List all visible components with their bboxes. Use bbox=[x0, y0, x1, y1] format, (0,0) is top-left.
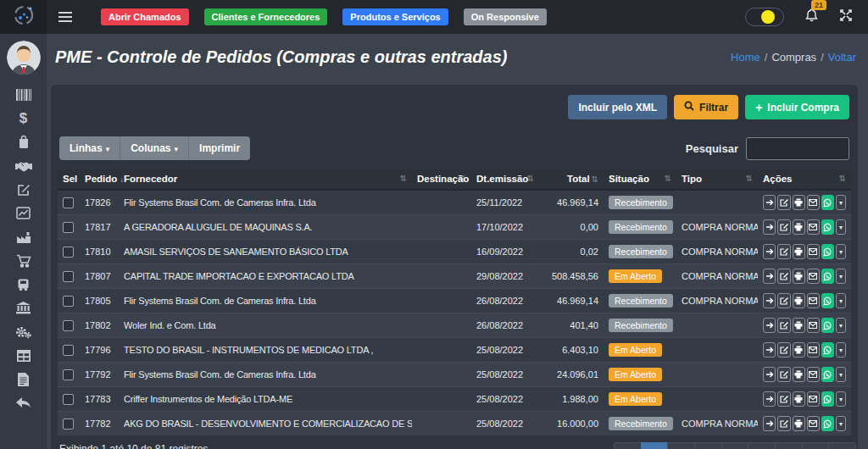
page-button[interactable]: 1 bbox=[641, 442, 668, 449]
edit-order-button[interactable] bbox=[777, 367, 790, 382]
shopping-cart-icon[interactable] bbox=[14, 252, 34, 269]
row-select-checkbox[interactable] bbox=[63, 247, 74, 258]
edit-order-button[interactable] bbox=[777, 219, 790, 235]
email-order-button[interactable] bbox=[807, 244, 820, 259]
gears-icon[interactable] bbox=[14, 324, 34, 340]
handshake-icon[interactable] bbox=[14, 158, 34, 174]
whatsapp-button[interactable] bbox=[821, 342, 834, 358]
email-order-button[interactable] bbox=[807, 219, 820, 235]
print-order-button[interactable] bbox=[793, 391, 805, 407]
whatsapp-button[interactable] bbox=[821, 195, 834, 210]
sort-icon[interactable]: ⇅ bbox=[665, 174, 671, 183]
row-select-checkbox[interactable] bbox=[63, 345, 74, 356]
col-tipo[interactable]: ⇅Tipo bbox=[676, 169, 758, 190]
email-order-button[interactable] bbox=[807, 367, 820, 382]
print-order-button[interactable] bbox=[793, 367, 805, 382]
fullscreen-button[interactable] bbox=[839, 8, 853, 25]
sort-icon[interactable]: ⇅ bbox=[746, 174, 753, 183]
whatsapp-button[interactable] bbox=[821, 367, 834, 382]
email-order-button[interactable] bbox=[807, 269, 820, 284]
more-actions-button[interactable]: ▾ bbox=[836, 318, 846, 333]
page-button[interactable]: « bbox=[614, 442, 641, 449]
table-grid-icon[interactable] bbox=[14, 347, 34, 363]
theme-toggle[interactable] bbox=[745, 8, 784, 26]
whatsapp-button[interactable] bbox=[821, 293, 834, 308]
email-order-button[interactable] bbox=[807, 195, 820, 210]
whatsapp-button[interactable] bbox=[821, 219, 834, 235]
edit-order-button[interactable] bbox=[777, 293, 790, 308]
email-order-button[interactable] bbox=[807, 391, 820, 407]
shuttle-truck-icon[interactable] bbox=[14, 276, 34, 292]
page-button[interactable]: 5 bbox=[748, 442, 775, 449]
sort-icon[interactable]: ⇅ bbox=[592, 175, 598, 184]
menu-toggle-icon[interactable] bbox=[58, 12, 72, 22]
page-button[interactable]: 4 bbox=[721, 442, 748, 449]
more-actions-button[interactable]: ▾ bbox=[836, 195, 846, 210]
print-order-button[interactable] bbox=[793, 293, 805, 308]
email-order-button[interactable] bbox=[807, 416, 820, 431]
open-order-button[interactable] bbox=[763, 293, 776, 308]
print-order-button[interactable] bbox=[793, 269, 805, 284]
linhas-dropdown[interactable]: Linhas▾ bbox=[59, 136, 120, 160]
row-select-checkbox[interactable] bbox=[63, 419, 74, 430]
col-acoes[interactable]: ⇅Ações bbox=[758, 169, 851, 190]
print-order-button[interactable] bbox=[793, 342, 805, 358]
invoice-file-icon[interactable] bbox=[14, 371, 34, 387]
row-select-checkbox[interactable] bbox=[63, 320, 74, 331]
whatsapp-button[interactable] bbox=[821, 269, 834, 284]
produtos-servicos-button[interactable]: Produtos e Serviços bbox=[342, 8, 448, 25]
whatsapp-button[interactable] bbox=[821, 244, 834, 259]
imprimir-button[interactable]: Imprimir bbox=[189, 136, 250, 160]
open-order-button[interactable] bbox=[763, 367, 776, 382]
edit-order-button[interactable] bbox=[777, 391, 790, 407]
print-order-button[interactable] bbox=[793, 244, 805, 259]
email-order-button[interactable] bbox=[807, 293, 820, 308]
col-pedido[interactable]: Pedido↓ bbox=[80, 169, 119, 190]
more-actions-button[interactable]: ▾ bbox=[836, 342, 846, 358]
edit-icon[interactable] bbox=[14, 181, 34, 197]
incluir-compra-button[interactable]: + Incluir Compra bbox=[745, 95, 849, 119]
open-order-button[interactable] bbox=[763, 391, 776, 407]
barcode-icon[interactable] bbox=[14, 86, 34, 103]
edit-order-button[interactable] bbox=[777, 342, 790, 358]
more-actions-button[interactable]: ▾ bbox=[836, 391, 846, 407]
col-fornecedor[interactable]: ⇅Fornecedor bbox=[119, 169, 412, 190]
row-select-checkbox[interactable] bbox=[63, 394, 74, 405]
print-order-button[interactable] bbox=[793, 416, 805, 431]
col-destinacao[interactable]: ⇅Destinação bbox=[412, 169, 471, 190]
more-actions-button[interactable]: ▾ bbox=[836, 293, 846, 308]
print-order-button[interactable] bbox=[793, 318, 805, 333]
finance-dollar-icon[interactable]: $ bbox=[14, 110, 34, 126]
abrir-chamados-button[interactable]: Abrir Chamados bbox=[101, 8, 189, 25]
industry-icon[interactable] bbox=[14, 229, 34, 245]
back-arrow-icon[interactable] bbox=[14, 395, 34, 411]
user-avatar[interactable] bbox=[7, 41, 41, 75]
whatsapp-button[interactable] bbox=[821, 391, 834, 407]
row-select-checkbox[interactable] bbox=[63, 296, 74, 307]
bank-icon[interactable] bbox=[14, 300, 34, 316]
col-total[interactable]: Total⇅ bbox=[539, 169, 604, 190]
row-select-checkbox[interactable] bbox=[63, 369, 74, 380]
breadcrumb-voltar-link[interactable]: Voltar bbox=[828, 51, 856, 64]
more-actions-button[interactable]: ▾ bbox=[836, 416, 846, 431]
more-actions-button[interactable]: ▾ bbox=[836, 219, 846, 235]
more-actions-button[interactable]: ▾ bbox=[836, 244, 846, 259]
chart-line-icon[interactable] bbox=[14, 205, 34, 221]
page-button[interactable]: 3 bbox=[694, 442, 721, 449]
sort-icon[interactable]: ⇅ bbox=[839, 174, 846, 183]
more-actions-button[interactable]: ▾ bbox=[836, 367, 846, 382]
sort-icon[interactable]: ⇅ bbox=[400, 174, 407, 183]
row-select-checkbox[interactable] bbox=[63, 197, 74, 208]
open-order-button[interactable] bbox=[763, 318, 776, 333]
page-button[interactable]: 6 bbox=[775, 442, 802, 449]
email-order-button[interactable] bbox=[807, 318, 820, 333]
open-order-button[interactable] bbox=[763, 416, 776, 431]
clientes-fornecedores-button[interactable]: Clientes e Fornecedores bbox=[204, 8, 328, 25]
open-order-button[interactable] bbox=[763, 342, 776, 358]
open-order-button[interactable] bbox=[763, 195, 776, 210]
row-select-checkbox[interactable] bbox=[63, 222, 74, 233]
open-order-button[interactable] bbox=[763, 244, 776, 259]
edit-order-button[interactable] bbox=[777, 269, 790, 284]
open-order-button[interactable] bbox=[763, 219, 776, 235]
edit-order-button[interactable] bbox=[777, 416, 790, 431]
